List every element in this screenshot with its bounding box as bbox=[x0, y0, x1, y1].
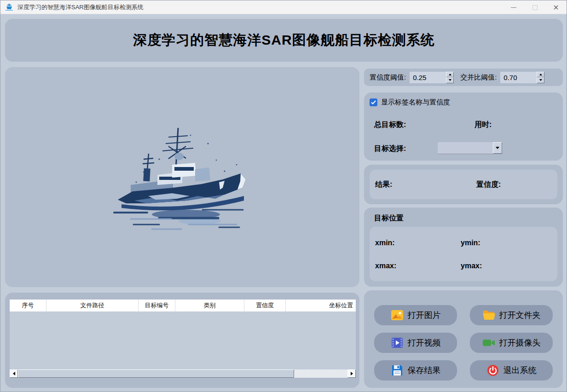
page-title: 深度学习的智慧海洋SAR图像舰船目标检测系统 bbox=[133, 31, 434, 50]
threshold-panel: 置信度阈值: 0.25 交并比阈值: 0.70 bbox=[364, 69, 563, 86]
iou-spin-up-button[interactable] bbox=[537, 72, 544, 78]
results-table-panel: 序号 文件路径 目标编号 类别 置信度 坐标位置 bbox=[5, 293, 359, 388]
table-body[interactable] bbox=[10, 311, 356, 369]
open-folder-button[interactable]: 打开文件夹 bbox=[470, 305, 553, 325]
video-icon bbox=[391, 336, 404, 349]
arrow-left-icon bbox=[13, 372, 15, 375]
open-image-button[interactable]: 打开图片 bbox=[374, 305, 457, 325]
iou-threshold-label: 交并比阈值: bbox=[460, 73, 497, 82]
save-results-button[interactable]: 保存结果 bbox=[374, 360, 457, 380]
image-display-area[interactable] bbox=[5, 67, 359, 287]
scroll-left-button[interactable] bbox=[10, 369, 18, 378]
col-category: 类别 bbox=[175, 300, 244, 311]
col-target-id: 目标编号 bbox=[139, 300, 175, 311]
iou-threshold-value[interactable]: 0.70 bbox=[500, 74, 537, 81]
app-ship-icon bbox=[5, 3, 14, 12]
button-label: 打开文件夹 bbox=[499, 310, 541, 321]
minimize-button[interactable] bbox=[503, 0, 524, 14]
detection-control-panel: 显示标签名称与置信度 总目标数: 用时: 目标选择: bbox=[364, 92, 563, 161]
save-icon bbox=[391, 364, 404, 377]
horizontal-scrollbar[interactable] bbox=[10, 369, 356, 378]
arrow-right-icon bbox=[351, 372, 353, 375]
results-inner-box: 结果: 置信度: bbox=[370, 170, 557, 199]
show-labels-checkbox[interactable] bbox=[370, 98, 377, 106]
ymin-label: ymin: bbox=[461, 239, 480, 247]
show-labels-checkbox-row[interactable]: 显示标签名称与置信度 bbox=[370, 98, 450, 107]
close-button[interactable]: ✕ bbox=[545, 0, 567, 14]
xmax-label: xmax: bbox=[375, 262, 396, 270]
header-panel: 深度学习的智慧海洋SAR图像舰船目标检测系统 bbox=[5, 19, 563, 62]
iou-threshold-spinbox[interactable]: 0.70 bbox=[500, 72, 544, 83]
target-select-label: 目标选择: bbox=[374, 144, 406, 154]
target-position-title: 目标位置 bbox=[374, 213, 404, 223]
iou-spin-down-button[interactable] bbox=[537, 77, 544, 83]
confidence-spin-up-button[interactable] bbox=[446, 72, 454, 78]
result-confidence-label: 置信度: bbox=[476, 180, 501, 190]
time-used-label: 用时: bbox=[474, 120, 492, 130]
title-bar: 深度学习的智慧海洋SAR图像舰船目标检测系统 ✕ bbox=[0, 0, 567, 14]
exit-system-button[interactable]: 退出系统 bbox=[470, 360, 553, 380]
scroll-right-button[interactable] bbox=[347, 369, 356, 378]
col-confidence: 置信度 bbox=[244, 300, 286, 311]
results-panel: 结果: 置信度: bbox=[364, 165, 563, 204]
open-camera-button[interactable]: 打开摄像头 bbox=[470, 333, 553, 353]
confidence-spin-down-button[interactable] bbox=[446, 77, 454, 83]
open-video-button[interactable]: 打开视频 bbox=[374, 333, 457, 353]
ship-illustration bbox=[104, 115, 260, 239]
xmin-label: xmin: bbox=[375, 239, 395, 247]
folder-icon bbox=[482, 309, 495, 322]
confidence-threshold-spinbox[interactable]: 0.25 bbox=[410, 72, 454, 83]
ymax-label: ymax: bbox=[461, 262, 482, 270]
maximize-button[interactable] bbox=[524, 0, 545, 14]
confidence-threshold-label: 置信度阈值: bbox=[370, 73, 406, 82]
col-file-path: 文件路径 bbox=[46, 300, 139, 311]
check-icon bbox=[371, 100, 376, 104]
window-title: 深度学习的智慧海洋SAR图像舰船目标检测系统 bbox=[17, 3, 144, 12]
results-table[interactable]: 序号 文件路径 目标编号 类别 置信度 坐标位置 bbox=[10, 300, 356, 369]
image-icon bbox=[391, 309, 404, 322]
chevron-down-icon bbox=[496, 147, 499, 149]
target-position-panel: 目标位置 xmin: ymin: xmax: ymax: bbox=[364, 208, 563, 287]
button-label: 打开摄像头 bbox=[499, 337, 541, 348]
scrollbar-track[interactable] bbox=[294, 369, 347, 378]
col-coordinates: 坐标位置 bbox=[286, 300, 356, 311]
result-label: 结果: bbox=[375, 180, 392, 190]
app-window: 深度学习的智慧海洋SAR图像舰船目标检测系统 ✕ 深度学习的智慧海洋SAR图像舰… bbox=[0, 0, 567, 392]
show-labels-checkbox-label: 显示标签名称与置信度 bbox=[381, 98, 450, 107]
button-label: 保存结果 bbox=[408, 365, 441, 376]
table-header-row: 序号 文件路径 目标编号 类别 置信度 坐标位置 bbox=[10, 300, 356, 311]
target-select-dropdown[interactable] bbox=[438, 142, 502, 154]
power-icon bbox=[486, 364, 499, 377]
scrollbar-thumb[interactable] bbox=[18, 369, 294, 378]
confidence-threshold-value[interactable]: 0.25 bbox=[410, 74, 446, 81]
dropdown-arrow-button[interactable] bbox=[493, 142, 502, 154]
actions-panel: 打开图片 打开文件夹 打开视频 bbox=[364, 290, 563, 388]
button-label: 打开视频 bbox=[408, 337, 441, 348]
button-label: 打开图片 bbox=[408, 310, 441, 321]
target-position-inner-box: xmin: ymin: xmax: ymax: bbox=[370, 227, 557, 281]
col-index: 序号 bbox=[10, 300, 46, 311]
button-label: 退出系统 bbox=[503, 365, 537, 376]
target-select-value bbox=[438, 142, 493, 154]
camera-icon bbox=[482, 336, 495, 349]
total-targets-label: 总目标数: bbox=[374, 120, 406, 130]
